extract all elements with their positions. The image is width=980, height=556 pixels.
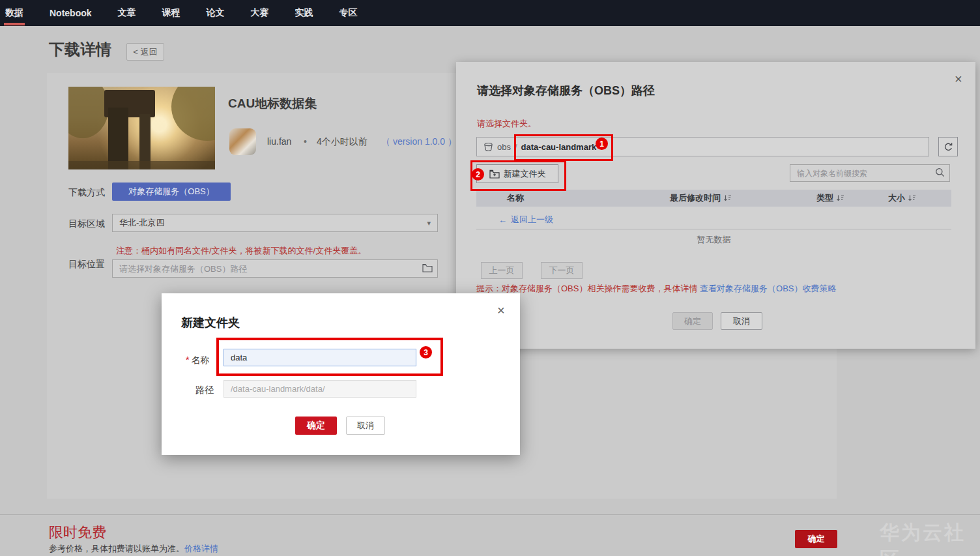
folder-name-label: *名称 xyxy=(186,354,209,366)
column-header-size-label: 大小 xyxy=(888,192,905,204)
column-header-name[interactable]: 名称 xyxy=(507,192,670,204)
target-location-label: 目标位置 xyxy=(68,259,105,271)
annotation-badge-3: 3 xyxy=(420,346,432,358)
column-header-modified[interactable]: 最后修改时间 xyxy=(670,192,816,204)
folder-name-label-text: 名称 xyxy=(191,355,209,365)
obs-dialog-cancel-button[interactable]: 取消 xyxy=(721,312,762,330)
fee-hint: 提示：对象存储服务（OBS）相关操作需要收费，具体详情 查看对象存储服务（OBS… xyxy=(476,283,837,295)
thumbnail-tree-right xyxy=(171,87,215,141)
fee-hint-text: 提示：对象存储服务（OBS）相关操作需要收费，具体详情 xyxy=(476,284,700,293)
user-avatar[interactable] xyxy=(229,128,256,155)
dataset-time: 4个小时以前 xyxy=(317,136,368,148)
bullet-separator: • xyxy=(304,136,307,147)
folder-name-input[interactable] xyxy=(223,349,416,366)
bucket-icon xyxy=(483,142,493,152)
bucket-name: obs xyxy=(497,142,511,152)
nav-item-data[interactable]: 数据 xyxy=(5,7,23,19)
column-header-modified-label: 最后修改时间 xyxy=(670,192,721,204)
new-folder-button[interactable]: 新建文件夹 xyxy=(476,164,558,183)
object-search-field xyxy=(790,164,950,182)
back-up-level-link[interactable]: 返回上一级 xyxy=(511,214,553,226)
new-folder-dialog: × 新建文件夹 *名称 路径 确定 取消 xyxy=(162,293,520,455)
price-note: 参考价格，具体扣费请以账单为准。价格详情 xyxy=(49,543,218,555)
top-nav: 数据 Notebook 文章 课程 论文 大赛 实践 专区 xyxy=(0,0,980,26)
chevron-down-icon: ▾ xyxy=(427,219,431,227)
dataset-thumbnail xyxy=(68,87,215,169)
target-path-input[interactable] xyxy=(112,259,438,278)
column-header-type[interactable]: 类型 xyxy=(816,192,888,204)
column-header-type-label: 类型 xyxy=(816,192,833,204)
nav-item-articles[interactable]: 文章 xyxy=(118,7,136,19)
next-page-button[interactable]: 下一页 xyxy=(541,262,583,279)
object-search-input[interactable] xyxy=(790,164,950,182)
obs-dialog-title: 请选择对象存储服务（OBS）路径 xyxy=(477,83,655,98)
thumbnail-ground xyxy=(68,161,215,169)
obs-dialog-close-icon[interactable]: × xyxy=(955,72,962,85)
obs-path-dialog: × 请选择对象存储服务（OBS）路径 请选择文件夹。 obs / data-ca… xyxy=(456,62,975,349)
obs-method-button[interactable]: 对象存储服务（OBS） xyxy=(112,183,231,201)
path-separator: / xyxy=(515,142,517,152)
nav-item-zone[interactable]: 专区 xyxy=(339,7,358,19)
nav-item-notebook[interactable]: Notebook xyxy=(50,8,92,18)
column-header-size[interactable]: 大小 xyxy=(888,192,916,204)
fee-policy-link[interactable]: 查看对象存储服务（OBS）收费策略 xyxy=(700,284,836,293)
sort-icon[interactable] xyxy=(836,194,844,202)
obs-dialog-ok-button[interactable]: 确定 xyxy=(672,312,713,330)
region-select[interactable]: 华北-北京四 ▾ xyxy=(112,214,438,232)
nav-item-competitions[interactable]: 大赛 xyxy=(251,7,269,19)
footer-divider xyxy=(0,514,980,515)
current-path: data-cau-landmark xyxy=(521,142,597,152)
obs-breadcrumb-field[interactable]: obs / data-cau-landmark xyxy=(476,137,929,156)
folder-plus-icon xyxy=(489,169,500,179)
thumbnail-tree-left xyxy=(68,87,109,138)
new-folder-button-label: 新建文件夹 xyxy=(504,168,546,180)
back-button-label: 返回 xyxy=(141,46,158,58)
overwrite-warning: 注意：桶内如有同名文件/文件夹，将被新下载的文件/文件夹覆盖。 xyxy=(116,245,366,257)
folder-dialog-ok-button[interactable]: 确定 xyxy=(295,417,337,435)
folder-path-label: 路径 xyxy=(195,385,214,396)
required-mark: * xyxy=(186,355,189,365)
chevron-left-icon: < xyxy=(133,47,138,57)
column-header-name-label: 名称 xyxy=(507,192,524,204)
table-row-back[interactable]: ← 返回上一级 xyxy=(476,211,951,229)
refresh-button[interactable] xyxy=(938,137,958,156)
sort-icon[interactable] xyxy=(723,194,732,202)
price-note-text: 参考价格，具体扣费请以账单为准。 xyxy=(49,544,184,553)
dataset-author: liu.fan xyxy=(267,136,291,147)
screen: 数据 Notebook 文章 课程 论文 大赛 实践 专区 下载详情 < 返回 … xyxy=(0,0,980,556)
nav-item-courses[interactable]: 课程 xyxy=(162,7,180,19)
obs-dialog-hint: 请选择文件夹。 xyxy=(477,118,536,130)
folder-dialog-title: 新建文件夹 xyxy=(181,315,240,330)
region-label: 目标区域 xyxy=(68,218,105,230)
annotation-badge-2: 2 xyxy=(472,168,484,181)
region-select-value: 华北-北京四 xyxy=(119,217,164,229)
annotation-badge-1: 1 xyxy=(596,138,608,150)
empty-data-text: 暂无数据 xyxy=(476,234,951,246)
price-title: 限时免费 xyxy=(49,523,106,542)
footer-ok-button[interactable]: 确定 xyxy=(795,530,837,548)
target-path-field xyxy=(112,259,438,278)
watermark: 华为云社区 xyxy=(880,519,980,556)
nav-item-papers[interactable]: 论文 xyxy=(207,7,225,19)
back-button[interactable]: < 返回 xyxy=(126,43,164,61)
page-title: 下载详情 xyxy=(49,39,111,60)
dataset-title: CAU地标数据集 xyxy=(228,95,317,112)
prev-page-button[interactable]: 上一页 xyxy=(481,262,523,279)
folder-dialog-close-icon[interactable]: × xyxy=(497,304,505,317)
download-method-label: 下载方式 xyxy=(68,187,105,199)
nav-item-practice[interactable]: 实践 xyxy=(295,7,313,19)
folder-dialog-cancel-button[interactable]: 取消 xyxy=(346,417,385,435)
object-table-header: 名称 最后修改时间 类型 大小 xyxy=(476,190,951,207)
dataset-version[interactable]: （ version 1.0.0 ） xyxy=(381,136,457,148)
price-detail-link[interactable]: 价格详情 xyxy=(184,544,218,553)
thumbnail-gate-pillar-left xyxy=(108,108,128,169)
sort-icon[interactable] xyxy=(908,194,916,202)
folder-icon[interactable] xyxy=(422,263,433,272)
back-arrow-icon: ← xyxy=(498,215,507,225)
folder-path-input xyxy=(223,380,416,398)
search-icon[interactable] xyxy=(935,168,945,177)
